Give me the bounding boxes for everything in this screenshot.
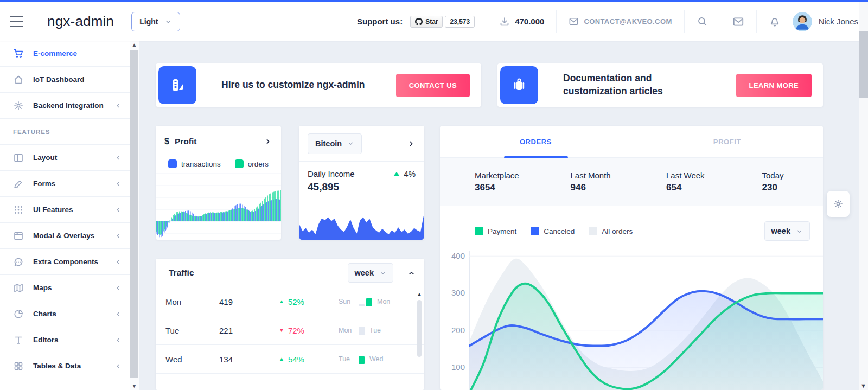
downloads-counter[interactable]: 470.000 xyxy=(499,16,544,27)
messages-button[interactable] xyxy=(732,16,744,28)
sidebar-item-layout[interactable]: Layout xyxy=(0,145,130,171)
metric-value: 45,895 xyxy=(308,181,416,193)
briefcase-icon xyxy=(500,66,538,104)
stat-value: 3654 xyxy=(475,182,536,193)
notifications-button[interactable] xyxy=(769,16,781,28)
stat-value: 946 xyxy=(571,182,632,193)
contact-us-button[interactable]: CONTACT US xyxy=(396,74,470,97)
header-actions: Support us: Star 23,573 470.000 CONTACT@… xyxy=(357,10,858,33)
traffic-row-partial xyxy=(156,380,424,390)
chevron-left-icon xyxy=(114,206,122,214)
stat-today: Today 230 xyxy=(727,171,824,193)
chevron-left-icon xyxy=(114,102,122,110)
stat-label: Last Week xyxy=(666,171,727,180)
chevron-right-icon[interactable] xyxy=(264,137,272,146)
chevron-left-icon xyxy=(114,284,122,292)
user-name: Nick Jones xyxy=(819,17,858,26)
chevron-left-icon xyxy=(114,362,122,370)
traffic-scrollbar[interactable]: ▲ xyxy=(416,291,423,387)
bitcoin-card: Bitcoin Daily Income 45,895 4% xyxy=(299,126,424,240)
sidebar-item-iot-dashboard[interactable]: IoT Dashboard xyxy=(0,67,130,93)
traffic-row[interactable]: Tue 221 ▼ 72% Mon Tue xyxy=(156,316,424,345)
collapse-icon[interactable] xyxy=(407,269,416,277)
scroll-up-icon[interactable]: ▲ xyxy=(130,41,139,49)
traffic-delta: ▼ 72% xyxy=(279,326,339,335)
sidebar-item-label: Editors xyxy=(33,336,59,344)
banner-title: Documentation and customization articles xyxy=(563,72,699,98)
theme-select[interactable]: Light xyxy=(131,12,180,31)
traffic-row[interactable]: Mon 419 ▲ 52% Sun Mon xyxy=(156,287,424,316)
sidebar-item-editors[interactable]: Editors xyxy=(0,327,130,353)
y-axis-tick: 300 xyxy=(444,288,465,297)
tab-profit[interactable]: PROFIT xyxy=(631,126,823,157)
search-button[interactable] xyxy=(697,16,708,27)
sidebar-item-tables-data[interactable]: Tables & Data xyxy=(0,353,130,379)
stat-value: 230 xyxy=(762,182,824,193)
orders-line-chart xyxy=(469,251,823,390)
github-star-badge[interactable]: Star 23,573 xyxy=(410,16,475,28)
sidebar-scrollbar[interactable]: ▲ ▼ xyxy=(130,41,139,390)
traffic-delta: ▲ 52% xyxy=(279,297,339,306)
legend-label: transactions xyxy=(181,160,221,168)
grid-icon xyxy=(13,361,25,372)
sidebar-item-modal-overlays[interactable]: Modal & Overlays xyxy=(0,223,130,249)
github-icon xyxy=(415,18,423,25)
stat-value: 654 xyxy=(666,182,727,193)
sidebar-item-label: E-commerce xyxy=(33,49,77,57)
pie-chart-icon xyxy=(13,309,25,319)
settings-toggle[interactable] xyxy=(827,191,850,217)
mini-bar-chart xyxy=(359,325,365,335)
search-icon xyxy=(697,16,708,27)
legend-swatch xyxy=(168,159,177,168)
sidebar: E-commerce IoT Dashboard Backend Integra… xyxy=(0,41,139,390)
chevron-down-icon xyxy=(379,270,386,277)
sidebar-group-features: FEATURES xyxy=(0,119,130,145)
sidebar-item-label: Modal & Overlays xyxy=(33,232,94,240)
chevron-down-icon xyxy=(796,228,803,235)
traffic-period-select[interactable]: week xyxy=(348,263,393,283)
scroll-down-icon[interactable]: ▼ xyxy=(859,382,868,389)
sidebar-item-label: Layout xyxy=(33,154,57,162)
trend-up-icon xyxy=(393,172,400,176)
profit-card-title: Profit xyxy=(175,137,196,146)
sidebar-scrollbar-thumb[interactable] xyxy=(130,50,138,378)
window-scrollbar[interactable]: ▼ xyxy=(859,2,868,390)
sidebar-item-backend-integration[interactable]: Backend Integration xyxy=(0,93,130,119)
scroll-down-icon[interactable]: ▼ xyxy=(130,382,139,390)
menu-icon[interactable] xyxy=(10,15,25,29)
sidebar-item-maps[interactable]: Maps xyxy=(0,275,130,301)
profit-chart xyxy=(156,168,281,240)
window-scrollbar-thumb[interactable] xyxy=(859,31,868,98)
chevron-down-icon xyxy=(164,18,172,25)
y-axis-tick: 100 xyxy=(444,362,465,372)
scroll-up-icon[interactable]: ▲ xyxy=(416,291,423,297)
sidebar-item-label: UI Features xyxy=(33,206,73,214)
chevron-left-icon xyxy=(114,232,122,240)
sidebar-item-extra-components[interactable]: Extra Components xyxy=(0,249,130,275)
traffic-value: 134 xyxy=(219,355,279,364)
sidebar-item-forms[interactable]: Forms xyxy=(0,171,130,197)
learn-more-button[interactable]: LEARN MORE xyxy=(736,74,812,97)
sidebar-item-ecommerce[interactable]: E-commerce xyxy=(0,41,130,67)
sidebar-item-label: Charts xyxy=(33,310,56,318)
traffic-scrollbar-thumb[interactable] xyxy=(417,300,422,357)
sidebar-item-label: Maps xyxy=(33,284,52,292)
traffic-day: Tue xyxy=(156,326,219,335)
app-logo[interactable]: ngx-admin xyxy=(47,13,114,30)
contact-link[interactable]: CONTACT@AKVEO.COM xyxy=(569,16,672,27)
stat-last-month: Last Month 946 xyxy=(536,171,632,193)
header-divider xyxy=(36,14,36,30)
sidebar-item-label: Forms xyxy=(33,180,55,188)
sidebar-item-charts[interactable]: Charts xyxy=(0,301,130,327)
period-select[interactable]: week xyxy=(764,221,810,241)
tab-orders[interactable]: ORDERS xyxy=(440,126,631,157)
sidebar-item-ui-features[interactable]: UI Features xyxy=(0,197,130,223)
compare-to-label: Wed xyxy=(369,355,385,363)
traffic-day: Wed xyxy=(156,355,219,364)
github-star-label: Star xyxy=(425,18,438,25)
chevron-right-icon[interactable] xyxy=(407,139,416,148)
chevron-left-icon xyxy=(114,180,122,188)
user-menu[interactable]: Nick Jones xyxy=(793,12,858,31)
traffic-row[interactable]: Wed 134 ▲ 54% Tue Wed xyxy=(156,345,424,374)
currency-select[interactable]: Bitcoin xyxy=(308,133,362,154)
